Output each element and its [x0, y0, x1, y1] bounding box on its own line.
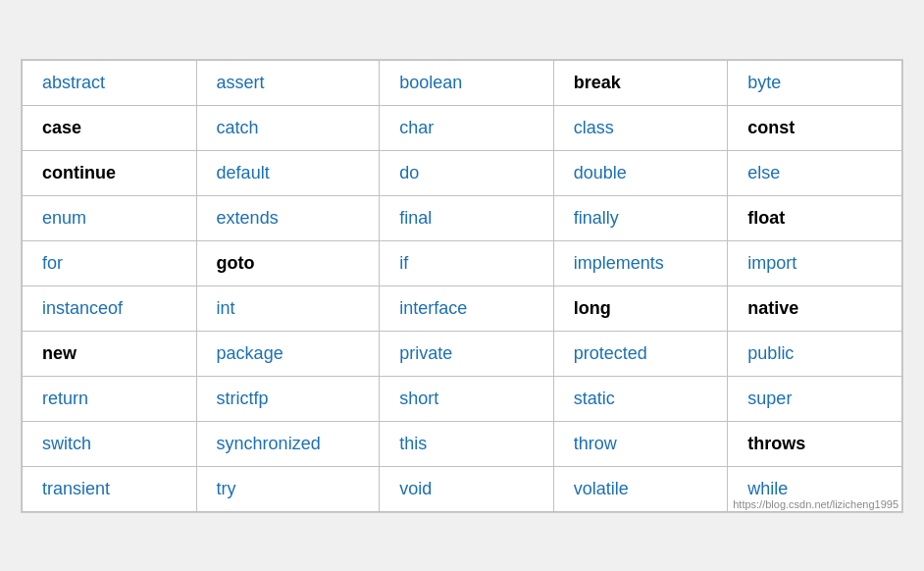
keyword-cell: catch: [196, 105, 380, 150]
keyword-cell: import: [728, 240, 902, 286]
keyword-cell: char: [380, 105, 554, 150]
keyword-cell: goto: [196, 240, 380, 286]
table-row: abstractassertbooleanbreakbyte: [23, 60, 902, 105]
keyword-cell: long: [553, 286, 728, 331]
keyword-cell: const: [728, 105, 902, 150]
table-row: enumextendsfinalfinallyfloat: [23, 195, 902, 240]
keyword-cell: this: [380, 421, 554, 466]
keyword-cell: public: [728, 331, 902, 376]
keyword-cell: case: [23, 105, 197, 150]
keyword-cell: interface: [380, 286, 554, 331]
table-row: instanceofintinterfacelongnative: [23, 286, 902, 331]
keyword-cell: extends: [196, 195, 380, 240]
keyword-cell: synchronized: [196, 421, 380, 466]
keyword-cell: for: [23, 240, 197, 286]
keyword-cell: new: [23, 331, 197, 376]
keyword-cell: throws: [728, 421, 902, 466]
keyword-cell: abstract: [23, 60, 197, 105]
keyword-cell: double: [553, 150, 728, 195]
keyword-cell: enum: [23, 195, 197, 240]
keyword-cell: implements: [553, 240, 728, 286]
keyword-cell: int: [196, 286, 380, 331]
keyword-cell: native: [728, 286, 902, 331]
table-row: newpackageprivateprotectedpublic: [23, 331, 902, 376]
keyword-cell: volatile: [553, 466, 728, 511]
keyword-cell: float: [728, 195, 902, 240]
keyword-cell: default: [196, 150, 380, 195]
table-row: continuedefaultdodoubleelse: [23, 150, 902, 195]
keyword-cell: assert: [196, 60, 380, 105]
keyword-cell: final: [380, 195, 554, 240]
keyword-cell: try: [196, 466, 380, 511]
keyword-cell: else: [728, 150, 902, 195]
keyword-cell: if: [380, 240, 554, 286]
keyword-cell: continue: [23, 150, 197, 195]
keyword-cell: switch: [23, 421, 197, 466]
table-row: forgotoifimplementsimport: [23, 240, 902, 286]
table-row: returnstrictfpshortstaticsuper: [23, 376, 902, 421]
keyword-cell: finally: [553, 195, 728, 240]
keyword-cell: super: [728, 376, 902, 421]
keyword-cell: throw: [553, 421, 728, 466]
keyword-cell: do: [380, 150, 554, 195]
keyword-cell: transient: [23, 466, 197, 511]
keyword-cell: package: [196, 331, 380, 376]
keyword-cell: class: [553, 105, 728, 150]
keywords-table-container: abstractassertbooleanbreakbytecasecatchc…: [21, 59, 903, 513]
keyword-cell: boolean: [380, 60, 554, 105]
keyword-cell: strictfp: [196, 376, 380, 421]
keyword-cell: byte: [728, 60, 902, 105]
watermark: https://blog.csdn.net/lizicheng1995: [733, 498, 898, 510]
keyword-cell: void: [380, 466, 554, 511]
keyword-cell: protected: [553, 331, 728, 376]
keyword-cell: short: [380, 376, 554, 421]
keywords-table: abstractassertbooleanbreakbytecasecatchc…: [22, 60, 902, 512]
table-row: casecatchcharclassconst: [23, 105, 902, 150]
keyword-cell: instanceof: [23, 286, 197, 331]
table-row: switchsynchronizedthisthrowthrows: [23, 421, 902, 466]
keyword-cell: return: [23, 376, 197, 421]
keyword-cell: private: [380, 331, 554, 376]
keyword-cell: break: [553, 60, 728, 105]
keyword-cell: static: [553, 376, 728, 421]
